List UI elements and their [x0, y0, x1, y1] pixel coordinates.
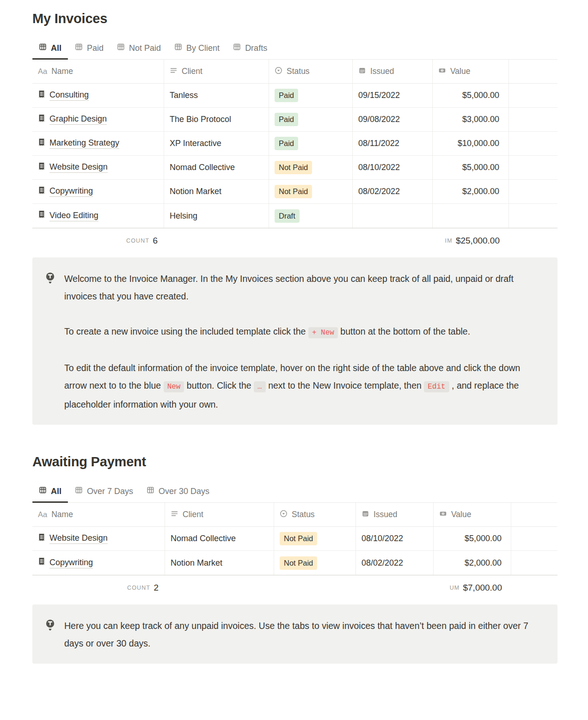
column-header-value[interactable]: Value [433, 60, 509, 84]
column-header-value[interactable]: Value [434, 503, 511, 527]
table-view-icon [75, 43, 83, 53]
tab-over-30-days[interactable]: Over 30 Days [140, 481, 216, 502]
cell-status[interactable]: Not Paid [274, 527, 356, 551]
cell-issued[interactable]: 08/11/2022 [353, 132, 433, 156]
cell-issued[interactable]: 09/08/2022 [353, 108, 433, 132]
cell-extra [509, 108, 557, 132]
count-aggregate[interactable]: count6 [32, 228, 164, 253]
status-badge: Paid [275, 113, 298, 126]
tab-label: By Client [186, 43, 220, 53]
tab-all[interactable]: All [32, 38, 68, 59]
cell-value[interactable]: $3,000.00 [433, 108, 509, 132]
sum-aggregate[interactable]: im$25,000.00 [433, 228, 509, 253]
receipt-icon [38, 210, 45, 221]
tab-label: Drafts [245, 43, 267, 53]
column-header-status[interactable]: Status [274, 503, 356, 527]
cell-name[interactable]: Consulting [32, 84, 164, 108]
cell-client[interactable]: Tanless [164, 84, 269, 108]
invoice-page-link[interactable]: Consulting [49, 90, 89, 101]
table-row: Website DesignNomad CollectiveNot Paid08… [32, 156, 557, 180]
cell-value[interactable] [433, 204, 509, 228]
column-header-status[interactable]: Status [269, 60, 353, 84]
cell-client[interactable]: Nomad Collective [165, 527, 274, 551]
view-tabs: AllPaidNot PaidBy ClientDrafts [32, 38, 557, 60]
cell-status[interactable]: Paid [269, 132, 353, 156]
cell-name[interactable]: Marketing Strategy [32, 132, 164, 156]
cell-status[interactable]: Not Paid [269, 180, 353, 204]
cell-status[interactable]: Not Paid [274, 551, 356, 575]
cell-issued[interactable]: 09/15/2022 [353, 84, 433, 108]
receipt-icon [38, 533, 45, 544]
cell-status[interactable]: Draft [269, 204, 353, 228]
invoice-page-link[interactable]: Website Design [49, 533, 108, 544]
calendar-icon [358, 67, 366, 77]
sum-aggregate[interactable]: um$7,000.00 [434, 575, 511, 600]
cell-value[interactable]: $5,000.00 [433, 156, 509, 180]
cell-name[interactable]: Website Design [32, 527, 165, 551]
cell-name[interactable]: Copywriting [32, 551, 165, 575]
cell-extra [511, 527, 557, 551]
cell-issued[interactable] [353, 204, 433, 228]
text-aa-icon: Aa [38, 510, 47, 519]
cell-issued[interactable]: 08/10/2022 [353, 156, 433, 180]
invoice-page-link[interactable]: Website Design [49, 162, 108, 173]
cell-issued[interactable]: 08/10/2022 [356, 527, 434, 551]
column-header-name[interactable]: AaName [32, 503, 165, 527]
cell-value[interactable]: $5,000.00 [434, 527, 511, 551]
table-footer-row: count6im$25,000.00 [32, 228, 557, 253]
invoices-table: AaNameClientStatusIssuedValueConsultingT… [32, 60, 557, 253]
tab-by-client[interactable]: By Client [168, 38, 226, 59]
invoice-page-link[interactable]: Marketing Strategy [49, 138, 119, 149]
invoice-page-link[interactable]: Video Editing [49, 211, 98, 221]
tab-not-paid[interactable]: Not Paid [110, 38, 167, 59]
cell-value[interactable]: $2,000.00 [433, 180, 509, 204]
cell-client[interactable]: Notion Market [165, 551, 274, 575]
status-badge: Paid [275, 137, 298, 150]
tab-label: Not Paid [129, 43, 161, 53]
status-badge: Draft [275, 209, 300, 223]
tab-over-7-days[interactable]: Over 7 Days [68, 481, 140, 502]
cell-name[interactable]: Website Design [32, 156, 164, 180]
cell-status[interactable]: Paid [269, 84, 353, 108]
column-header-client[interactable]: Client [164, 60, 269, 84]
count-aggregate[interactable]: count2 [32, 575, 165, 600]
cell-value[interactable]: $10,000.00 [433, 132, 509, 156]
cell-client[interactable]: The Bio Protocol [164, 108, 269, 132]
cell-status[interactable]: Not Paid [269, 156, 353, 180]
cell-status[interactable]: Paid [269, 108, 353, 132]
money-icon [439, 510, 447, 520]
cell-name[interactable]: Graphic Design [32, 108, 164, 132]
tab-label: Over 7 Days [87, 487, 133, 496]
cell-client[interactable]: Notion Market [164, 180, 269, 204]
cell-client[interactable]: Helsing [164, 204, 269, 228]
table-view-icon [75, 486, 83, 496]
tab-drafts[interactable]: Drafts [227, 38, 274, 59]
lightbulb-icon [45, 617, 55, 652]
invoice-page-link[interactable]: Graphic Design [49, 114, 107, 125]
callout-text-run: next to the New Invoice template, then [266, 380, 424, 391]
column-header-client[interactable]: Client [165, 503, 274, 527]
cell-value[interactable]: $2,000.00 [434, 551, 511, 575]
column-header-issued[interactable]: Issued [353, 60, 433, 84]
invoice-page-link[interactable]: Copywriting [49, 186, 93, 197]
tab-paid[interactable]: Paid [68, 38, 110, 59]
callout-text: Here you can keep track of any unpaid in… [64, 617, 541, 652]
invoice-page-link[interactable]: Copywriting [49, 558, 93, 568]
callout-text-run: Welcome to the Invoice Manager. In the M… [64, 274, 514, 301]
cell-client[interactable]: Nomad Collective [164, 156, 269, 180]
table-row: Website DesignNomad CollectiveNot Paid08… [32, 527, 557, 551]
text-lines-icon [171, 510, 178, 520]
cell-issued[interactable]: 08/02/2022 [356, 551, 434, 575]
table-rows: Website DesignNomad CollectiveNot Paid08… [32, 527, 557, 575]
receipt-icon [38, 186, 45, 197]
cell-name[interactable]: Copywriting [32, 180, 164, 204]
cell-issued[interactable]: 08/02/2022 [353, 180, 433, 204]
info-callout: Here you can keep track of any unpaid in… [32, 604, 557, 664]
cell-client[interactable]: XP Interactive [164, 132, 269, 156]
column-header-name[interactable]: AaName [32, 60, 164, 84]
callout-text: Welcome to the Invoice Manager. In the M… [64, 270, 541, 413]
tab-all[interactable]: All [32, 481, 68, 502]
cell-value[interactable]: $5,000.00 [433, 84, 509, 108]
column-header-issued[interactable]: Issued [356, 503, 434, 527]
cell-name[interactable]: Video Editing [32, 204, 164, 228]
